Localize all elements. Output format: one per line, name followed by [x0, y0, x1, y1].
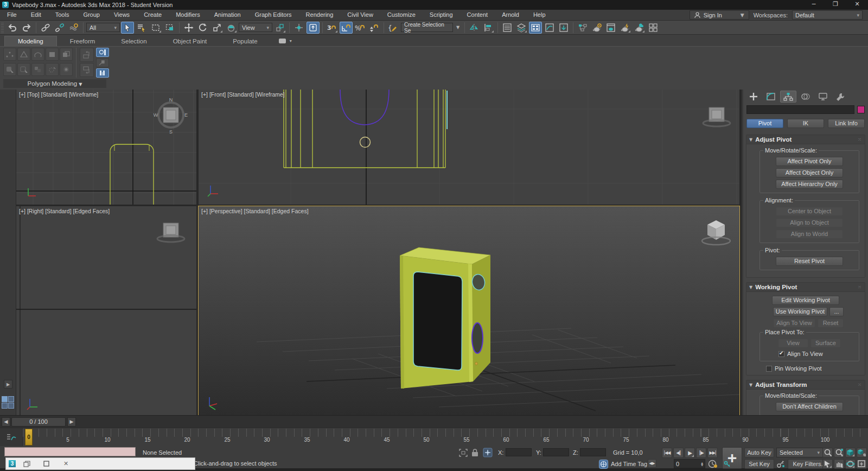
- go-to-start-button[interactable]: |◀◀: [662, 448, 672, 458]
- pan-button[interactable]: [834, 459, 844, 469]
- viewport-front[interactable]: [+] [Front] [Standard] [Wireframe]: [199, 90, 739, 205]
- percent-snap-toggle-button[interactable]: %: [354, 22, 367, 34]
- curve-editor-button[interactable]: [543, 22, 556, 34]
- polygon-modeling-label[interactable]: Polygon Modeling ▼: [3, 79, 106, 88]
- ribbon-tab-object-paint[interactable]: Object Paint: [160, 36, 220, 46]
- y-coordinate-field[interactable]: [543, 448, 569, 456]
- tab-utilities[interactable]: [832, 91, 848, 103]
- paint-selection-button[interactable]: [46, 63, 59, 76]
- select-and-place-button[interactable]: [225, 22, 238, 34]
- next-frame-button[interactable]: ‖▶: [696, 448, 706, 458]
- edge-mode-button[interactable]: [17, 48, 30, 61]
- current-frame-field[interactable]: 0 ▲▼: [674, 459, 705, 468]
- time-slider-back-button[interactable]: ◀: [2, 417, 10, 427]
- render-in-cloud-button[interactable]: [633, 22, 646, 34]
- render-setup-button[interactable]: [590, 22, 603, 34]
- mirror-button[interactable]: [468, 22, 481, 34]
- z-coordinate-field[interactable]: [580, 448, 606, 456]
- viewport-layout-tabs-button[interactable]: [2, 396, 15, 409]
- tab-hierarchy[interactable]: [780, 91, 796, 103]
- toggle-scene-explorer-button[interactable]: [501, 22, 514, 34]
- menu-item-graph-editors[interactable]: Graph Editors: [248, 10, 299, 20]
- collapse-stack-button[interactable]: [96, 68, 109, 78]
- viewport-label-front[interactable]: [+] [Front] [Standard] [Wireframe]: [201, 91, 285, 98]
- go-to-end-button[interactable]: ▶▶|: [707, 448, 718, 458]
- ribbon-tab-freeform[interactable]: Freeform: [57, 36, 108, 46]
- orbit-button[interactable]: [845, 459, 856, 469]
- menu-item-file[interactable]: File: [0, 10, 24, 20]
- close-icon[interactable]: ✕: [63, 460, 68, 467]
- viewport-label-top[interactable]: [+] [Top] [Standard] [Wireframe]: [19, 91, 98, 98]
- toolbar-drag-handle[interactable]: [1, 22, 4, 33]
- menu-item-content[interactable]: Content: [460, 10, 495, 20]
- select-and-move-button[interactable]: [182, 22, 195, 34]
- bind-to-space-warp-button[interactable]: [67, 22, 80, 34]
- key-default-inout-dropdown[interactable]: Selected ▾: [776, 448, 823, 457]
- pin-working-pivot-checkbox[interactable]: [766, 366, 772, 372]
- named-selection-sets-field[interactable]: Create Selection Se: [401, 23, 453, 32]
- time-slider-frame-display[interactable]: 0 / 100: [11, 417, 66, 427]
- viewport-top[interactable]: N S E W [+] [Top] [Standard] [Wireframe]: [16, 90, 196, 205]
- snaps-toggle-button[interactable]: 3: [326, 22, 339, 34]
- align-to-object-button[interactable]: Align to Object: [776, 218, 843, 227]
- previous-frame-button[interactable]: ◀‖: [673, 448, 684, 458]
- floating-mini-window[interactable]: 3 ✕: [5, 457, 195, 470]
- set-key-button[interactable]: Set Key: [744, 459, 774, 469]
- adjust-pivot-header[interactable]: ▼ Adjust Pivot ⁙: [746, 135, 865, 144]
- menu-item-views[interactable]: Views: [107, 10, 137, 20]
- object-color-swatch[interactable]: [857, 106, 865, 113]
- zoom-all-button[interactable]: [834, 448, 844, 457]
- menu-item-edit[interactable]: Edit: [24, 10, 48, 20]
- tab-create[interactable]: [745, 91, 762, 103]
- minimize-button[interactable]: ─: [803, 0, 825, 10]
- working-pivot-options-button[interactable]: ...: [829, 307, 844, 316]
- maximize-button[interactable]: ❐: [825, 0, 846, 10]
- adjust-transform-header[interactable]: ▼ Adjust Transform ⁙: [746, 380, 865, 390]
- preview-multi-button[interactable]: [31, 63, 44, 76]
- selection-filter-dropdown[interactable]: All▾: [86, 23, 120, 32]
- viewport-right[interactable]: [+] [Right] [Standard] [Edged Faces]: [16, 206, 196, 415]
- place-pivot-view-button[interactable]: View: [778, 339, 808, 348]
- menu-item-rendering[interactable]: Rendering: [299, 10, 341, 20]
- ribbon-tab-selection[interactable]: Selection: [108, 36, 159, 46]
- schematic-view-button[interactable]: [557, 22, 570, 34]
- affect-hierarchy-only-button[interactable]: Affect Hierarchy Only: [776, 180, 843, 189]
- select-and-manipulate-button[interactable]: [292, 22, 305, 34]
- tab-motion[interactable]: [797, 91, 814, 103]
- menu-item-customize[interactable]: Customize: [380, 10, 423, 20]
- key-mode-toggle-button[interactable]: ◀▶: [648, 459, 656, 468]
- auto-key-button[interactable]: Auto Key: [744, 448, 774, 457]
- spinner-snap-toggle-button[interactable]: [368, 22, 381, 34]
- select-and-link-button[interactable]: [39, 22, 52, 34]
- edit-working-pivot-button[interactable]: Edit Working Pivot: [772, 296, 839, 305]
- select-by-name-button[interactable]: [135, 22, 148, 34]
- sign-in-button[interactable]: Sign In ▼: [690, 10, 749, 20]
- keyboard-shortcut-override-button[interactable]: [307, 22, 320, 34]
- use-pivot-point-center-button[interactable]: [273, 22, 286, 34]
- menu-item-animation[interactable]: Animation: [207, 10, 248, 20]
- align-to-view-checkbox[interactable]: [778, 351, 784, 357]
- select-and-scale-button[interactable]: [210, 22, 224, 34]
- undo-button[interactable]: [6, 22, 19, 34]
- add-time-tag-icon[interactable]: [599, 460, 608, 469]
- named-selection-sets-dropdown-button[interactable]: ▼: [454, 22, 462, 34]
- play-button[interactable]: ▶: [685, 448, 695, 458]
- selection-lock-icon[interactable]: [471, 448, 478, 457]
- next-modifier-button[interactable]: [80, 63, 94, 77]
- render-gallery-button[interactable]: [647, 22, 660, 34]
- affect-pivot-only-button[interactable]: Affect Pivot Only: [776, 157, 843, 166]
- menu-item-group[interactable]: Group: [76, 10, 107, 20]
- previous-modifier-button[interactable]: [80, 48, 94, 62]
- x-coordinate-field[interactable]: [506, 448, 532, 456]
- vertex-mode-button[interactable]: [3, 48, 16, 61]
- reset-working-pivot-button[interactable]: Reset: [818, 319, 844, 328]
- menu-item-help[interactable]: Help: [526, 10, 553, 20]
- element-mode-button[interactable]: [60, 48, 73, 61]
- viewport-label-right[interactable]: [+] [Right] [Standard] [Edged Faces]: [19, 208, 110, 214]
- preview-subobj-button[interactable]: [17, 63, 30, 76]
- reference-coordinate-system-dropdown[interactable]: View▾: [239, 23, 272, 32]
- dont-affect-children-button[interactable]: Don't Affect Children: [776, 402, 843, 411]
- rendered-frame-window-button[interactable]: [604, 22, 617, 34]
- maximize-icon[interactable]: [43, 461, 49, 467]
- render-production-button[interactable]: [618, 22, 631, 34]
